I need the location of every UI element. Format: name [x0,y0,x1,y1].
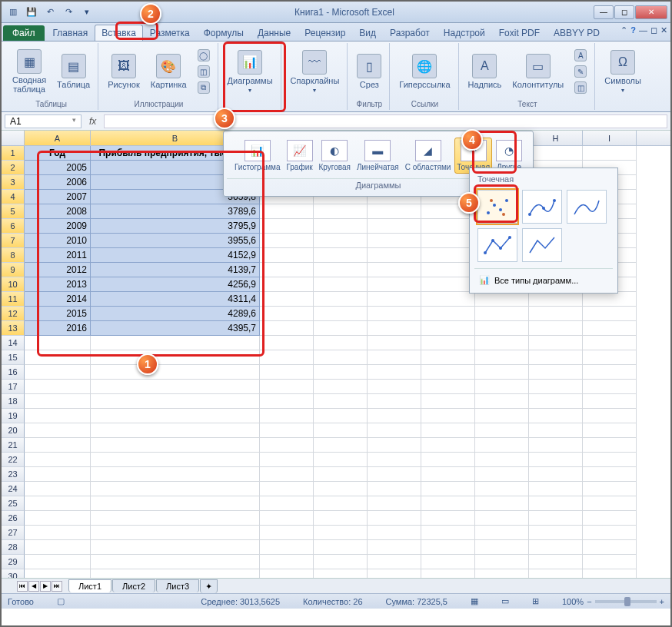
tab-abbyy[interactable]: ABBYY PD [547,25,607,41]
cell[interactable] [368,555,421,569]
mdi-minimize-icon[interactable]: — [639,25,647,35]
cell[interactable] [529,438,583,453]
cell[interactable] [475,540,529,555]
scatter-smooth-markers-button[interactable] [522,190,562,224]
row-header[interactable]: 4 [2,190,25,204]
cell[interactable] [421,438,475,453]
cell[interactable] [260,409,314,423]
cell[interactable]: 3795,9 [91,219,260,234]
fx-icon[interactable]: fx [85,116,101,127]
cell[interactable] [25,453,91,467]
cell[interactable] [314,307,368,321]
cell[interactable] [25,555,91,569]
cell[interactable] [583,482,637,496]
cell[interactable] [421,263,475,277]
scatter-lines-button[interactable] [522,228,562,262]
minimize-ribbon-icon[interactable]: ⌃ [620,25,627,35]
cell[interactable] [421,292,475,307]
slicer-button[interactable]: ▯Срез [354,52,384,91]
mdi-close-icon[interactable]: ✕ [660,25,667,35]
view-layout-icon[interactable]: ▭ [501,596,509,606]
cell[interactable] [260,380,314,394]
cell[interactable] [529,467,583,482]
cell[interactable] [368,380,421,394]
row-header[interactable]: 19 [2,409,25,423]
cell[interactable] [475,511,529,526]
cell[interactable] [529,555,583,569]
row-header[interactable]: 14 [2,336,25,350]
object-button[interactable]: ◫ [571,80,590,95]
cell[interactable] [314,453,368,467]
cell[interactable] [421,496,475,511]
cell[interactable] [368,394,421,409]
screenshot-button[interactable]: ⧉ [195,80,213,95]
cell[interactable] [368,219,421,234]
cell[interactable] [260,234,314,248]
row-header[interactable]: 11 [2,292,25,307]
row-header[interactable]: 13 [2,321,25,336]
cell[interactable] [583,526,637,540]
pivot-table-button[interactable]: ▦Сводная таблица [9,48,49,95]
cell[interactable] [368,453,421,467]
cell[interactable] [421,307,475,321]
cell[interactable] [368,482,421,496]
row-header[interactable]: 26 [2,511,25,526]
col-A[interactable]: A [25,131,91,145]
cell[interactable] [475,409,529,423]
cell[interactable]: 4395,7 [91,321,260,336]
cell[interactable] [25,365,91,380]
cell[interactable] [529,365,583,380]
cell[interactable] [91,482,260,496]
cell[interactable] [368,540,421,555]
cell[interactable] [475,350,529,365]
cell[interactable] [314,555,368,569]
sheet-prev-icon[interactable]: ◀ [28,581,39,592]
cell[interactable] [314,540,368,555]
tab-view[interactable]: Вид [352,25,383,41]
cell[interactable] [421,453,475,467]
tab-insert[interactable]: Вставка [95,25,143,41]
cell[interactable] [583,292,637,307]
cell[interactable] [529,423,583,438]
name-box[interactable]: A1▾ [5,114,82,128]
cell[interactable] [91,409,260,423]
cell[interactable] [314,438,368,453]
tab-formulas[interactable]: Формулы [197,25,251,41]
file-tab[interactable]: Файл [3,25,45,41]
hyperlink-button[interactable]: 🌐Гиперссылка [396,52,453,91]
cell[interactable] [529,409,583,423]
row-header[interactable]: 22 [2,453,25,467]
cell[interactable]: 4311,4 [91,292,260,307]
cell[interactable] [25,336,91,350]
cell[interactable] [91,453,260,467]
cell[interactable] [475,555,529,569]
cell[interactable] [421,336,475,350]
cell[interactable] [368,277,421,292]
cell[interactable] [260,336,314,350]
cell[interactable] [260,394,314,409]
cell[interactable] [529,380,583,394]
cell[interactable] [260,453,314,467]
cell[interactable] [368,292,421,307]
cell[interactable] [314,204,368,219]
cell[interactable] [368,423,421,438]
cell[interactable] [260,263,314,277]
cell[interactable] [583,453,637,467]
cell[interactable] [583,336,637,350]
cell[interactable] [91,540,260,555]
formula-input[interactable] [104,114,667,128]
cell[interactable] [368,365,421,380]
cell[interactable] [260,423,314,438]
cell[interactable]: 4139,7 [91,263,260,277]
table-button[interactable]: ▤Таблица [54,52,93,91]
textbox-button[interactable]: AНадпись [465,52,505,91]
cell[interactable] [421,394,475,409]
cell[interactable] [314,292,368,307]
zoom-slider[interactable] [595,600,657,603]
cell[interactable] [421,526,475,540]
tab-data[interactable]: Данные [251,25,298,41]
zoom-out-icon[interactable]: − [587,597,591,606]
cell[interactable] [314,467,368,482]
cell[interactable] [368,467,421,482]
cell[interactable] [260,307,314,321]
